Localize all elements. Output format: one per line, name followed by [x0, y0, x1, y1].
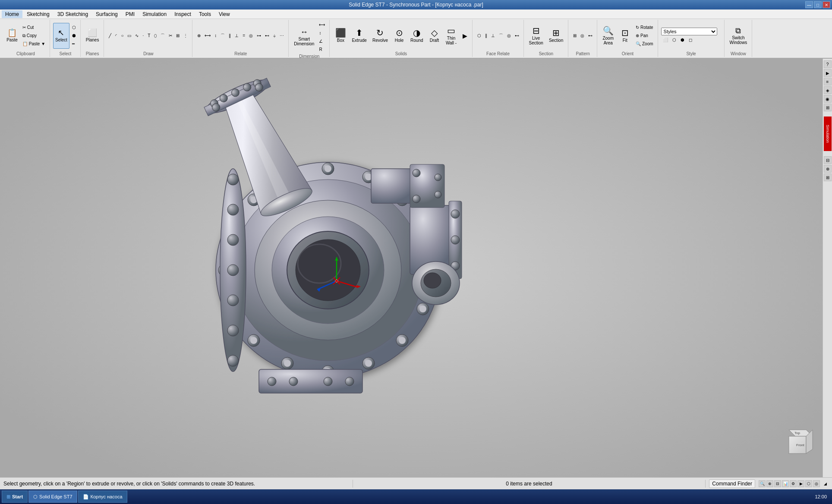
face-symmetric-btn[interactable]: ⊷ — [513, 32, 521, 40]
fit-button[interactable]: ⊡ Fit — [617, 23, 633, 49]
start-button[interactable]: ⊞ Start — [2, 491, 28, 503]
shaded-btn[interactable]: ⬜ — [661, 36, 670, 44]
live-section-button[interactable]: ⊟ LiveSection — [527, 23, 545, 49]
box-button[interactable]: ⬛ Box — [333, 23, 348, 49]
fillet-button[interactable]: ⌒ — [159, 32, 167, 40]
minimize-button[interactable]: — — [805, 1, 813, 8]
simulation-tab[interactable]: Simulation — [824, 117, 832, 151]
copy-button[interactable]: ⧉ Copy — [21, 32, 47, 40]
planes-button[interactable]: ⬜ Planes — [84, 23, 101, 49]
section-button[interactable]: ⊞ Section — [547, 23, 565, 49]
curve-button[interactable]: ∿ — [133, 32, 140, 40]
status-icon-1[interactable]: 🔍 — [759, 480, 766, 487]
taskbar-file[interactable]: 📄 Корпус насоса — [78, 491, 127, 503]
relate-ground-btn[interactable]: ⏚ — [271, 32, 277, 40]
pattern-circular-btn[interactable]: ◎ — [579, 32, 586, 40]
face-parallel-btn[interactable]: ∥ — [483, 32, 489, 40]
smart-dimension-button[interactable]: ↔ SmartDimension — [292, 24, 316, 50]
status-icon-5[interactable]: ⚙ — [790, 480, 797, 487]
arc-button[interactable]: ◜ — [113, 32, 119, 40]
relate-tangent-btn[interactable]: ⌒ — [219, 32, 227, 40]
dim-angle-btn[interactable]: ∠ — [317, 37, 327, 45]
side-grid-btn[interactable]: ⊞ — [824, 104, 832, 111]
pattern-rectangular-btn[interactable]: ⊞ — [571, 32, 578, 40]
status-icon-2[interactable]: ⊕ — [766, 480, 773, 487]
ellipse-button[interactable]: ⬯ — [152, 32, 158, 40]
menu-sketching[interactable]: Sketching — [23, 10, 53, 18]
face-concentric-btn[interactable]: ◎ — [505, 32, 513, 40]
close-button[interactable]: ✕ — [823, 1, 830, 8]
switch-windows-button[interactable]: ⧉ SwitchWindows — [728, 23, 750, 49]
point-button[interactable]: · — [141, 32, 145, 40]
taskbar-solidedge[interactable]: ⬡ Solid Edge ST7 — [28, 491, 77, 503]
cut-button[interactable]: ✂ Cut — [21, 24, 47, 32]
help-icon-btn[interactable]: ? — [824, 60, 832, 68]
relate-connect-btn[interactable]: ⋯ — [278, 32, 286, 40]
command-finder-btn[interactable]: Command Finder — [709, 479, 755, 488]
trim-button[interactable]: ✂ — [167, 32, 174, 40]
menu-inspect[interactable]: Inspect — [171, 10, 195, 18]
pattern-mirror-btn[interactable]: ⊷ — [586, 32, 594, 40]
draft-button[interactable]: ◇ Draft — [427, 23, 442, 49]
side-orient-btn[interactable]: ◉ — [824, 95, 832, 103]
zoom-btn[interactable]: 🔍 Zoom — [634, 40, 655, 48]
rectangle-button[interactable]: ▭ — [126, 32, 133, 40]
extrude-button[interactable]: ⬆ Extrude — [350, 23, 369, 49]
select-face-btn[interactable]: ⬡ — [70, 24, 78, 32]
dim-vertical-btn[interactable]: ↕ — [317, 29, 327, 37]
menu-home[interactable]: Home — [2, 10, 22, 18]
select-edge-btn[interactable]: ━ — [70, 40, 78, 48]
face-coplanar-btn[interactable]: ⬡ — [476, 32, 483, 40]
face-perp-btn[interactable]: ⊥ — [489, 32, 497, 40]
status-icon-3[interactable]: ⊟ — [774, 480, 781, 487]
status-icon-7[interactable]: ⬡ — [805, 480, 812, 487]
pan-btn[interactable]: ⊕ Pan — [634, 32, 655, 40]
paste-special-button[interactable]: 📋 Paste ▼ — [21, 40, 47, 48]
menu-surfacing[interactable]: Surfacing — [92, 10, 121, 18]
status-icon-4[interactable]: 📊 — [782, 480, 789, 487]
side-btn3[interactable]: ⊕ — [824, 165, 832, 173]
restore-button[interactable]: □ — [814, 1, 822, 8]
wireframe-btn[interactable]: ⬡ — [671, 36, 678, 44]
side-btn2[interactable]: ⊟ — [824, 156, 832, 164]
side-expand-btn[interactable]: ▶ — [824, 69, 832, 77]
menu-simulation[interactable]: Simulation — [139, 10, 170, 18]
menu-tools[interactable]: Tools — [195, 10, 214, 18]
menu-view[interactable]: View — [215, 10, 233, 18]
line-button[interactable]: ╱ — [107, 32, 113, 40]
side-btn4[interactable]: ⊞ — [824, 173, 832, 181]
side-menu-btn[interactable]: ≡ — [824, 78, 832, 85]
round-button[interactable]: ◑ Round — [408, 23, 425, 49]
relate-parallel-btn[interactable]: ∥ — [227, 32, 233, 40]
face-tangent-btn[interactable]: ⌒ — [497, 32, 505, 40]
dim-radius-btn[interactable]: R — [317, 45, 327, 53]
rotate-btn[interactable]: ↻ Rotate — [634, 24, 655, 32]
zoom-area-button[interactable]: 🔍 ZoomArea — [600, 23, 616, 49]
relate-fix-btn[interactable]: ⊕ — [195, 32, 202, 40]
shaded-edges-btn[interactable]: ⬢ — [679, 36, 686, 44]
relate-perp-btn[interactable]: ⊥ — [233, 32, 240, 40]
visible-edges-btn[interactable]: ◻ — [687, 36, 694, 44]
menu-pmi[interactable]: PMI — [122, 10, 138, 18]
offset-button[interactable]: ⊞ — [174, 32, 181, 40]
relate-vertical-btn[interactable]: ↕ — [213, 32, 218, 40]
relate-concentric-btn[interactable]: ◎ — [247, 32, 255, 40]
relate-equal-btn[interactable]: = — [241, 32, 247, 40]
hole-button[interactable]: ⊙ Hole — [391, 23, 407, 49]
status-icon-8[interactable]: ◎ — [813, 480, 820, 487]
relate-horizontal-btn[interactable]: ⟷ — [203, 32, 212, 40]
text-button[interactable]: T — [146, 32, 152, 40]
view-cube[interactable]: Front Top — [780, 425, 815, 460]
paste-button[interactable]: 📋 Paste — [4, 23, 20, 49]
viewport[interactable]: ? ▶ ≡ ◈ ◉ ⊞ Simulation ⊟ ⊕ ⊞ — [0, 59, 832, 477]
status-icon-6[interactable]: ▶ — [797, 480, 804, 487]
relate-symm-btn[interactable]: ⊷ — [263, 32, 271, 40]
revolve-button[interactable]: ↻ Revolve — [370, 23, 390, 49]
dim-horizontal-btn[interactable]: ⟷ — [317, 21, 327, 28]
select-button[interactable]: ↖ Select — [53, 23, 69, 49]
styles-dropdown[interactable]: Styles — [661, 28, 717, 35]
thin-wall-button[interactable]: ▭ ThinWall - — [444, 23, 459, 49]
select-solid-btn[interactable]: ⬢ — [70, 32, 78, 40]
pattern-2d-button[interactable]: ⋮ — [182, 32, 189, 40]
relate-collinear-btn[interactable]: ⊶ — [255, 32, 263, 40]
